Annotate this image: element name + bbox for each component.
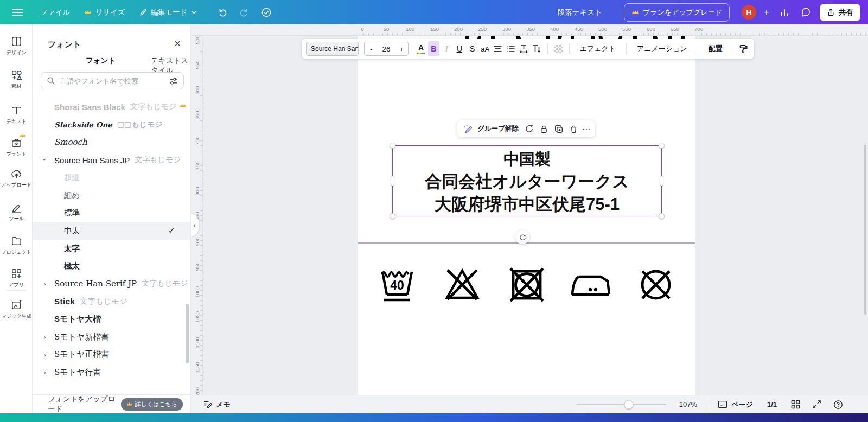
font-row-smooch[interactable]: Smooch [33, 133, 190, 151]
care-symbol-do-not-bleach[interactable] [441, 263, 484, 306]
resize-handle-e[interactable] [660, 176, 663, 186]
animation-button[interactable]: アニメーション [631, 44, 693, 54]
vertical-text-button[interactable] [531, 41, 542, 56]
chevron-right-icon[interactable]: › [43, 280, 46, 288]
font-row-s-motoya-gyosho[interactable]: › Sモトヤ行書 [33, 363, 190, 381]
alternates-rotate-icon[interactable] [523, 122, 535, 136]
chevron-right-icon[interactable]: › [43, 368, 46, 376]
font-row-s-motoya-shinkaisho[interactable]: › Sモトヤ新楷書 [33, 328, 190, 346]
resize-handle-se[interactable] [659, 213, 665, 219]
effects-button[interactable]: エフェクト [575, 44, 622, 54]
redo-icon[interactable] [239, 7, 249, 17]
sidebar-item-design[interactable]: デザイン [0, 35, 33, 56]
text-element[interactable]: 中国製 合同会社オルターワークス 大阪府堺市中区伏尾75-1 [393, 146, 661, 216]
fullscreen-icon[interactable] [812, 400, 821, 409]
zoom-level[interactable]: 107% [676, 400, 700, 408]
magic-write-icon[interactable] [462, 122, 474, 136]
font-size-increase[interactable]: + [395, 45, 408, 53]
font-row-source-han-serif-jp[interactable]: › Source Han Serif JP文字もじモジ [33, 275, 190, 293]
avatar[interactable]: H [742, 5, 756, 20]
font-weight-regular[interactable]: 標準 [33, 204, 190, 222]
resize-handle-sw[interactable] [390, 213, 395, 219]
search-input[interactable] [60, 77, 164, 85]
font-size-decrease[interactable]: - [365, 45, 378, 53]
chevron-right-icon[interactable]: › [43, 350, 46, 359]
upload-font-button[interactable]: フォントをアップロード [48, 394, 121, 414]
chevron-right-icon[interactable]: › [43, 333, 46, 341]
text-color-button[interactable]: A [415, 41, 427, 56]
font-family-selector[interactable]: Source Han Sans ... [306, 42, 359, 56]
more-options-icon[interactable]: ⋯ [582, 124, 591, 134]
share-button[interactable]: 共有 [820, 4, 860, 21]
rotate-handle[interactable] [515, 230, 529, 244]
resize-menu[interactable]: リサイズ [84, 8, 125, 17]
resize-handle-nw[interactable] [390, 143, 395, 149]
upgrade-plan-button[interactable]: プランをアップグレード [624, 3, 730, 22]
font-row-s-motoya-seikaisho[interactable]: › Sモトヤ正楷書 [33, 346, 190, 363]
learn-more-badge[interactable]: 詳しくはこちら [121, 398, 183, 411]
grid-view-icon[interactable] [791, 400, 800, 409]
sidebar-item-apps[interactable]: アプリ [0, 267, 33, 289]
bold-button[interactable]: B [428, 41, 440, 56]
notes-button[interactable]: メモ [203, 400, 231, 410]
care-symbol-iron-two-dots[interactable] [570, 263, 613, 306]
font-weight-heavy[interactable]: 極太 [33, 257, 190, 275]
undo-icon[interactable] [218, 7, 228, 17]
resize-handle-ne[interactable] [659, 143, 665, 149]
letter-case-button[interactable]: aA [479, 41, 491, 56]
ungroup-button[interactable]: グループ解除 [477, 124, 519, 133]
underline-button[interactable]: U [454, 41, 465, 56]
position-button[interactable]: 配置 [703, 44, 728, 54]
care-symbol-wash-40[interactable]: 40 [375, 263, 419, 306]
sidebar-item-elements[interactable]: 素材 [0, 69, 33, 90]
help-icon[interactable] [833, 400, 843, 410]
font-weight-bold[interactable]: 太字 [33, 240, 190, 258]
add-member-button[interactable]: + [764, 7, 769, 18]
font-weight-medium-selected[interactable]: 中太 ✓ [33, 222, 190, 240]
canvas-scrollbar[interactable] [864, 145, 866, 315]
transparency-button[interactable] [552, 41, 564, 56]
sidebar-item-brand[interactable]: ブランド [0, 137, 33, 158]
duplicate-icon[interactable] [553, 122, 565, 136]
sidebar-item-projects[interactable]: プロジェクト [0, 235, 33, 256]
font-weight-extralight[interactable]: 超細 [33, 169, 190, 187]
sidebar-item-uploads[interactable]: アップロード [0, 168, 33, 189]
edit-mode-menu[interactable]: 編集モード [139, 8, 197, 17]
selected-text-box[interactable]: 中国製 合同会社オルターワークス 大阪府堺市中区伏尾75-1 [392, 145, 662, 216]
document-title[interactable]: 段落テキスト [558, 8, 602, 17]
font-row-s-motoya-taikai[interactable]: Sモトヤ大楷 [33, 310, 190, 328]
close-icon[interactable]: × [174, 37, 181, 50]
font-row-shorai-sans-black[interactable]: Shorai Sans Black文字もじモジ [33, 98, 190, 116]
tab-fonts[interactable]: フォント [86, 56, 116, 66]
font-row-stick[interactable]: Stick文字もじモジ [33, 293, 190, 311]
italic-button[interactable]: I [441, 41, 452, 56]
font-row-slackside-one[interactable]: Slackside One□□もじモジ [33, 116, 190, 134]
panel-scrollbar[interactable] [186, 304, 189, 363]
resize-handle-w[interactable] [391, 176, 394, 186]
chevron-expanded-icon[interactable]: › [41, 158, 49, 161]
pages-button[interactable]: ページ [718, 400, 753, 410]
insights-chart-icon[interactable] [780, 8, 790, 17]
sidebar-item-text[interactable]: テキスト [0, 104, 33, 125]
main-menu-icon[interactable] [12, 9, 23, 16]
font-size-value[interactable]: 26 [378, 45, 395, 53]
font-weight-light[interactable]: 細め [33, 187, 190, 204]
copy-style-roller-icon[interactable] [738, 41, 750, 56]
list-button[interactable] [505, 41, 517, 56]
letter-spacing-button[interactable] [518, 41, 529, 56]
care-symbol-do-not-tumble-dry[interactable] [505, 263, 548, 306]
strikethrough-button[interactable]: S [467, 41, 478, 56]
comments-icon[interactable] [801, 7, 811, 17]
save-status-icon[interactable] [261, 7, 272, 18]
delete-icon[interactable] [567, 122, 580, 136]
file-menu[interactable]: ファイル [40, 8, 70, 17]
sidebar-item-magic-media[interactable]: マジック生成 [0, 299, 33, 320]
font-row-source-han-sans-jp[interactable]: › Source Han Sans JP文字もじモジ [33, 151, 190, 169]
zoom-slider-thumb[interactable] [624, 400, 634, 409]
care-symbol-do-not-dry-clean[interactable] [634, 263, 678, 306]
sidebar-item-tools[interactable]: ツール [0, 201, 33, 222]
alignment-button[interactable] [492, 41, 504, 56]
zoom-slider[interactable] [577, 404, 666, 405]
lock-icon[interactable] [538, 122, 550, 136]
filter-icon[interactable] [169, 76, 178, 86]
